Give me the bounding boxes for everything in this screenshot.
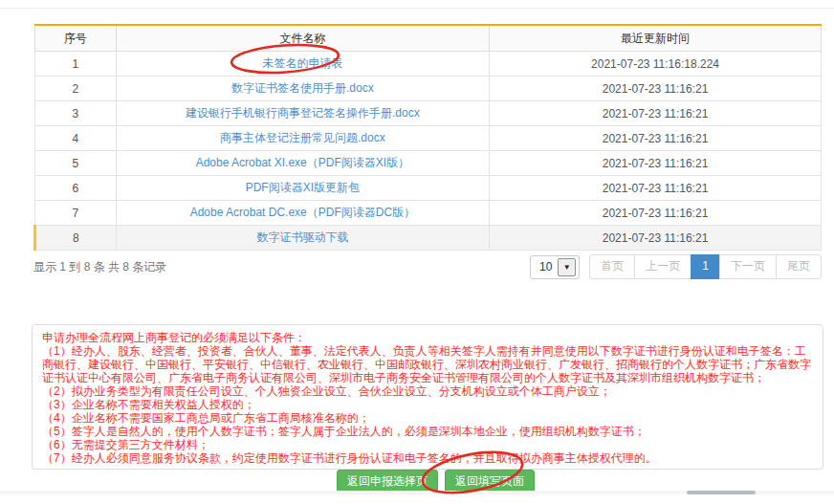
first-page-button[interactable]: 首页: [589, 254, 635, 278]
back-to-fill-page-button[interactable]: 返回填写页面: [445, 470, 535, 493]
notice-line: （1）经办人、股东、经营者、投资者、合伙人、董事、法定代表人、负责人等相关签字人…: [42, 344, 813, 384]
file-table-section: 序号 文件名称 最近更新时间 1 未签名的申请表 2021-07-23 11:1…: [33, 24, 822, 251]
table-row: 3 建设银行手机银行商事登记签名操作手册.docx 2021-07-23 11:…: [35, 101, 822, 126]
file-download-link[interactable]: Adobe Acrobat DC.exe（PDF阅读器DC版）: [190, 206, 415, 219]
table-row: 4 商事主体登记注册常见问题.docx 2021-07-23 11:16:21: [35, 126, 822, 151]
table-row: 6 PDF阅读器XI版更新包 2021-07-23 11:16:21: [35, 176, 822, 201]
row-index: 7: [35, 201, 117, 226]
table-row: 7 Adobe Acrobat DC.exe（PDF阅读器DC版） 2021-0…: [35, 201, 822, 226]
table-row: 1 未签名的申请表 2021-07-23 11:16:18.224: [35, 52, 822, 77]
current-page-button[interactable]: 1: [691, 254, 720, 278]
row-index: 5: [35, 151, 117, 176]
row-update-time: 2021-07-23 11:16:21: [490, 126, 822, 151]
last-page-button[interactable]: 尾页: [776, 254, 822, 278]
file-download-link[interactable]: 建设银行手机银行商事登记签名操作手册.docx: [186, 106, 420, 120]
horizontal-scrollbar-thumb[interactable]: [687, 491, 756, 494]
table-row: 8 数字证书驱动下载 2021-07-23 11:16:21: [35, 226, 822, 251]
records-summary: 显示 1 到 8 条 共 8 条记录: [33, 259, 166, 275]
file-table: 序号 文件名称 最近更新时间 1 未签名的申请表 2021-07-23 11:1…: [33, 24, 822, 251]
file-download-page: 序号 文件名称 最近更新时间 1 未签名的申请表 2021-07-23 11:1…: [0, 0, 834, 504]
top-divider: [0, 8, 834, 9]
row-update-time: 2021-07-23 11:16:21: [490, 77, 822, 101]
column-header-update-time: 最近更新时间: [490, 25, 822, 52]
row-update-time: 2021-07-23 11:16:21: [490, 101, 822, 126]
row-index: 4: [35, 126, 117, 151]
table-body: 1 未签名的申请表 2021-07-23 11:16:18.224 2 数字证书…: [35, 52, 822, 251]
prev-page-button[interactable]: 上一页: [634, 254, 691, 278]
page-button-group: 首页 上一页 1 下一页 尾页: [589, 254, 822, 278]
notice-line: 申请办理全流程网上商事登记的必须满足以下条件：: [42, 331, 813, 344]
table-header: 序号 文件名称 最近更新时间: [35, 25, 822, 52]
row-index: 6: [35, 176, 117, 201]
row-update-time: 2021-07-23 11:16:21: [490, 176, 822, 201]
row-index: 8: [35, 226, 117, 251]
page-size-value: 10: [539, 260, 552, 274]
pagination-bar: 显示 1 到 8 条 共 8 条记录 10 ▼ 首页 上一页 1 下一页 尾页: [33, 249, 822, 285]
file-download-link[interactable]: Adobe Acrobat XI.exe（PDF阅读器XI版）: [196, 156, 409, 169]
column-header-index: 序号: [35, 25, 117, 52]
back-to-declaration-select-button[interactable]: 返回申报选择页: [337, 470, 438, 493]
horizontal-scrollbar-track[interactable]: [0, 491, 834, 494]
notice-line: （6）无需提交第三方文件材料；: [42, 438, 813, 451]
file-download-link[interactable]: 未签名的申请表: [262, 56, 342, 70]
row-index: 3: [35, 101, 117, 126]
notice-line: （4）企业名称不需要国家工商总局或广东省工商局核准名称的；: [42, 411, 813, 425]
file-download-link[interactable]: 数字证书签名使用手册.docx: [231, 81, 374, 95]
column-header-file-name: 文件名称: [116, 25, 489, 52]
row-update-time: 2021-07-23 11:16:21: [490, 201, 822, 226]
table-row: 5 Adobe Acrobat XI.exe（PDF阅读器XI版） 2021-0…: [35, 151, 822, 176]
row-update-time: 2021-07-23 11:16:18.224: [490, 52, 822, 77]
table-row: 2 数字证书签名使用手册.docx 2021-07-23 11:16:21: [35, 77, 822, 101]
chevron-down-icon[interactable]: ▼: [558, 258, 576, 276]
requirements-notice: 申请办理全流程网上商事登记的必须满足以下条件： （1）经办人、股东、经营者、投资…: [32, 324, 823, 470]
notice-line: （2）拟办业务类型为有限责任公司设立、个人独资企业设立、合伙企业设立、分支机构设…: [42, 384, 813, 398]
next-page-button[interactable]: 下一页: [719, 254, 777, 278]
row-index: 1: [35, 52, 117, 77]
notice-line: （3）企业名称不需要相关权益人授权的；: [42, 398, 813, 411]
file-download-link[interactable]: PDF阅读器XI版更新包: [246, 181, 360, 194]
footer-buttons: 返回申报选择页 返回填写页面: [337, 470, 535, 493]
row-update-time: 2021-07-23 11:16:21: [490, 151, 822, 176]
file-download-link[interactable]: 商事主体登记注册常见问题.docx: [220, 131, 385, 144]
row-index: 2: [35, 77, 117, 101]
notice-line: （7）经办人必须同意服务协议条款，约定使用数字证书进行身份认证和电子签名的，并且…: [42, 451, 813, 465]
page-size-select[interactable]: 10 ▼: [530, 255, 580, 279]
row-update-time: 2021-07-23 11:16:21: [490, 226, 822, 251]
notice-line: （5）签字人是自然人的，使用个人数字证书；签字人属于企业法人的，必须是深圳本地企…: [42, 425, 813, 438]
pagination-controls: 10 ▼ 首页 上一页 1 下一页 尾页: [530, 254, 822, 278]
file-download-link[interactable]: 数字证书驱动下载: [256, 230, 348, 244]
